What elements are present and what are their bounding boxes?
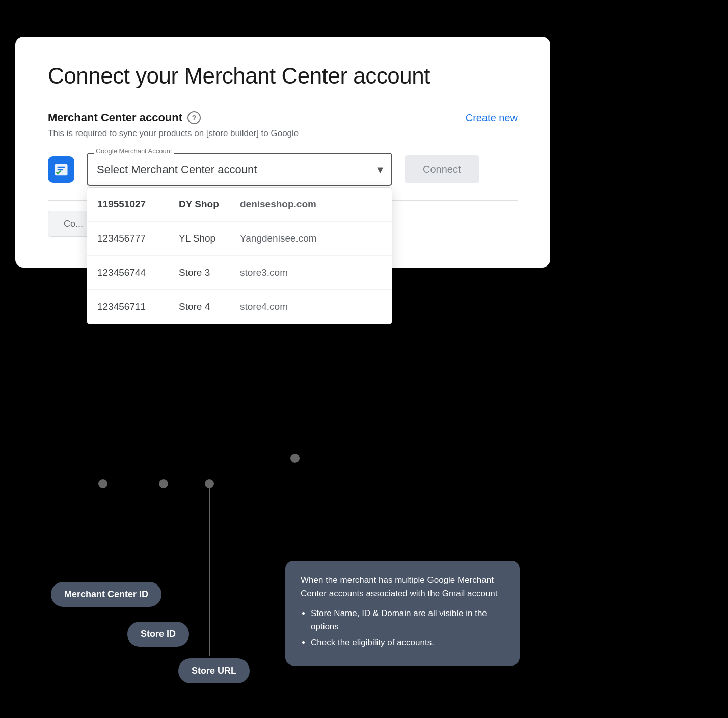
dropdown-item[interactable]: 123456744Store 3store3.com	[87, 256, 392, 290]
info-box-list: Store Name, ID & Domain are all visible …	[301, 607, 504, 649]
annotation-dot-4	[290, 454, 300, 463]
annotation-dot-2	[159, 479, 168, 488]
dropdown-item[interactable]: 119551027DY Shopdeniseshop.com	[87, 188, 392, 222]
dropdown-item[interactable]: 123456711Store 4store4.com	[87, 290, 392, 324]
page-title: Connect your Merchant Center account	[48, 63, 518, 89]
select-label: Google Merchant Account	[94, 147, 174, 155]
section-title: Merchant Center account	[48, 111, 182, 124]
store-id-tooltip: Store ID	[127, 622, 189, 647]
info-box-heading: When the merchant has multiple Google Me…	[301, 574, 504, 600]
connect-button[interactable]: Connect	[405, 155, 479, 183]
annotation-line-4	[295, 463, 295, 562]
merchant-icon	[48, 156, 74, 183]
store-url-tooltip: Store URL	[178, 658, 250, 683]
annotation-line-1	[103, 488, 103, 580]
annotation-line-2	[164, 488, 164, 620]
annotation-line-3	[209, 488, 210, 656]
merchant-center-select[interactable]: Select Merchant Center account	[87, 153, 392, 186]
create-new-link[interactable]: Create new	[466, 112, 518, 124]
section-title-row: Merchant Center account ?	[48, 111, 201, 124]
info-box-list-item: Store Name, ID & Domain are all visible …	[311, 607, 504, 633]
info-box: When the merchant has multiple Google Me…	[285, 561, 520, 666]
section-header: Merchant Center account ? Create new	[48, 111, 518, 124]
section-desc: This is required to sync your products o…	[48, 128, 518, 139]
main-card: Connect your Merchant Center account Mer…	[15, 37, 550, 268]
select-wrapper[interactable]: Google Merchant Account Select Merchant …	[87, 153, 392, 186]
annotation-dot-1	[98, 479, 107, 488]
annotation-dot-3	[205, 479, 214, 488]
help-icon[interactable]: ?	[187, 111, 201, 124]
select-row: Google Merchant Account Select Merchant …	[48, 153, 518, 186]
dropdown-list[interactable]: 119551027DY Shopdeniseshop.com123456777Y…	[87, 187, 392, 324]
info-box-list-item: Check the eligibility of accounts.	[311, 636, 504, 649]
merchant-id-tooltip: Merchant Center ID	[51, 582, 161, 607]
dropdown-item[interactable]: 123456777YL ShopYangdenisee.com	[87, 222, 392, 256]
